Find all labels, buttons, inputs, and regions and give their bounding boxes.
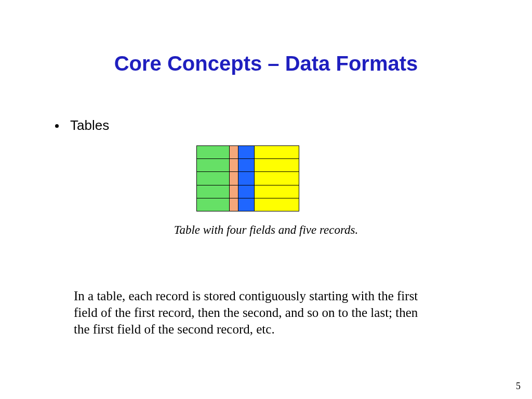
slide: Core Concepts – Data Formats Tables Tabl… <box>0 0 532 399</box>
table-cell <box>238 146 254 158</box>
table-cell <box>229 172 238 184</box>
table-cell <box>254 172 299 184</box>
table-figure <box>196 145 299 211</box>
table-cell <box>197 185 229 198</box>
table-cell <box>254 198 299 211</box>
bullet-text: Tables <box>70 117 109 134</box>
page-number: 5 <box>516 381 521 392</box>
table-cell <box>254 159 299 171</box>
body-paragraph: In a table, each record is stored contig… <box>74 288 427 338</box>
figure-caption: Table with four fields and five records. <box>0 223 532 237</box>
table-cell <box>197 198 229 211</box>
table-cell <box>229 185 238 198</box>
table-row <box>197 171 299 184</box>
table-cell <box>197 172 229 184</box>
table-row <box>197 146 299 158</box>
table-cell <box>229 198 238 211</box>
table-cell <box>197 159 229 171</box>
table-cell <box>238 185 254 198</box>
table-cell <box>229 146 238 158</box>
table-row <box>197 158 299 171</box>
table-row <box>197 185 299 198</box>
bullet-item-tables: Tables <box>55 117 109 134</box>
table-cell <box>197 146 229 158</box>
slide-title: Core Concepts – Data Formats <box>0 52 532 75</box>
table-row <box>197 198 299 211</box>
table-cell <box>238 198 254 211</box>
table-cell <box>238 172 254 184</box>
table-cell <box>254 146 299 158</box>
table-cell <box>238 159 254 171</box>
table-cell <box>254 185 299 198</box>
table-cell <box>229 159 238 171</box>
bullet-dot-icon <box>55 124 59 128</box>
